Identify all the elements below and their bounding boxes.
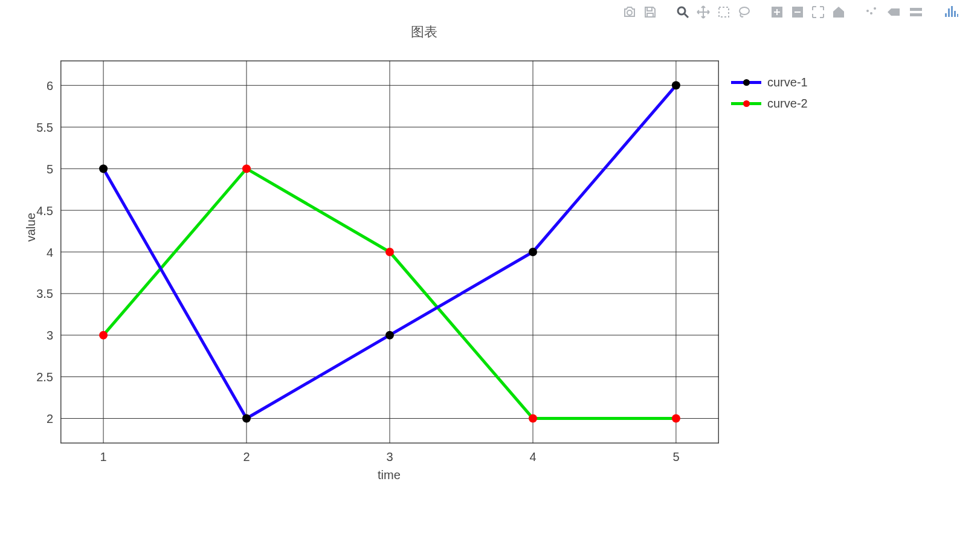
curve-1-point[interactable] <box>242 414 251 423</box>
plot-area[interactable] <box>60 60 719 443</box>
zoom-in-icon[interactable] <box>770 5 784 19</box>
legend-label: curve-2 <box>767 97 808 111</box>
y-tick: 5 <box>17 163 53 176</box>
legend-item-curve-2[interactable]: curve-2 <box>731 97 808 111</box>
svg-rect-13 <box>951 6 953 17</box>
camera-icon[interactable] <box>622 5 637 19</box>
zoom-icon[interactable] <box>675 5 690 19</box>
hover-icon[interactable] <box>864 5 878 19</box>
svg-rect-10 <box>910 13 922 16</box>
curve-2-point[interactable] <box>99 331 108 340</box>
x-axis-label: time <box>378 468 401 482</box>
curve-2-point[interactable] <box>672 414 680 423</box>
svg-rect-11 <box>945 13 947 17</box>
legend-item-curve-1[interactable]: curve-1 <box>731 76 808 89</box>
legend: curve-1 curve-2 <box>731 76 808 118</box>
y-tick: 2.5 <box>17 370 53 384</box>
legend-swatch <box>731 102 761 105</box>
box-select-icon[interactable] <box>717 5 731 19</box>
svg-line-1 <box>685 14 688 18</box>
autoscale-icon[interactable] <box>811 5 825 19</box>
curve-1-point[interactable] <box>385 331 394 340</box>
y-tick: 6 <box>17 79 53 93</box>
svg-rect-2 <box>719 7 729 17</box>
save-icon[interactable] <box>643 5 657 19</box>
legend-label: curve-1 <box>767 76 808 89</box>
legend-marker <box>743 100 750 107</box>
x-tick: 2 <box>237 450 256 464</box>
svg-point-8 <box>866 10 869 12</box>
svg-rect-14 <box>954 11 956 17</box>
curve-2-point[interactable] <box>385 248 394 256</box>
curve-1-point[interactable] <box>529 248 537 256</box>
legend-swatch <box>731 81 761 84</box>
home-icon[interactable] <box>831 5 846 19</box>
curve-2-point[interactable] <box>529 414 537 423</box>
svg-point-6 <box>874 7 876 10</box>
svg-point-0 <box>678 7 685 15</box>
x-tick: 3 <box>381 450 399 464</box>
y-tick: 4 <box>17 246 53 260</box>
svg-point-7 <box>870 12 872 15</box>
compare-icon[interactable] <box>909 5 923 19</box>
chart-toolbar <box>622 5 962 19</box>
back-icon[interactable] <box>885 5 903 19</box>
x-tick: 1 <box>94 450 112 464</box>
y-tick: 5.5 <box>17 121 53 135</box>
svg-rect-9 <box>910 8 922 11</box>
y-tick: 2 <box>17 412 53 426</box>
svg-point-3 <box>740 7 749 15</box>
svg-rect-12 <box>948 8 950 17</box>
pan-icon[interactable] <box>696 5 711 19</box>
y-tick: 4.5 <box>17 204 53 218</box>
curve-2-point[interactable] <box>242 164 251 173</box>
x-tick: 5 <box>667 450 685 464</box>
y-tick: 3 <box>17 329 53 343</box>
chart-title: 图表 <box>411 23 437 41</box>
x-tick: 4 <box>524 450 542 464</box>
zoom-out-icon[interactable] <box>790 5 805 19</box>
legend-marker <box>743 79 750 86</box>
curve-1-point[interactable] <box>99 164 108 173</box>
lasso-icon[interactable] <box>737 5 752 19</box>
y-tick: 3.5 <box>17 287 53 301</box>
svg-rect-15 <box>957 14 958 17</box>
curve-1-point[interactable] <box>672 81 680 89</box>
plotly-logo-icon[interactable] <box>941 5 962 19</box>
